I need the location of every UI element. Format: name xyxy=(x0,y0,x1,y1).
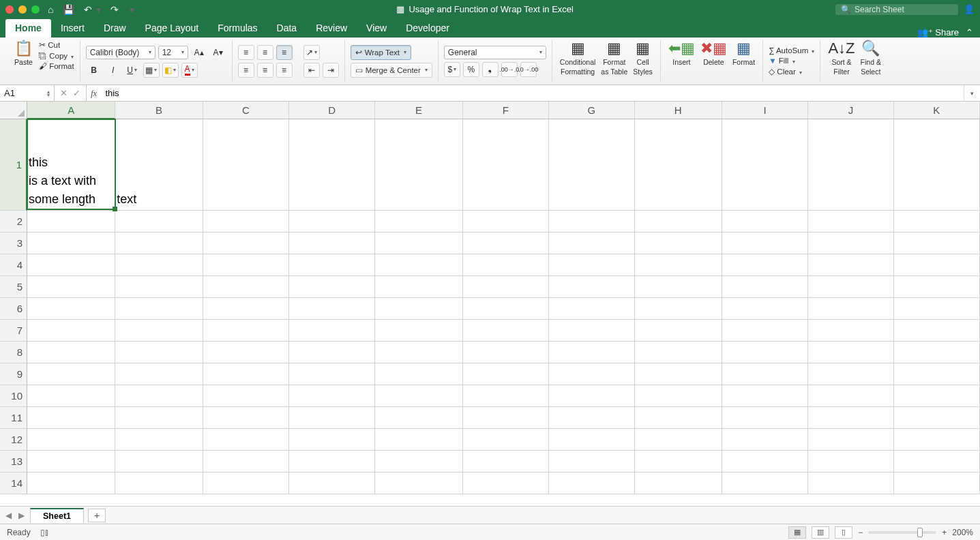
border-button[interactable]: ▦▾ xyxy=(143,63,160,78)
increase-decimal-icon[interactable]: .00→.0 xyxy=(501,62,518,77)
cell-C8[interactable] xyxy=(203,342,289,363)
page-layout-view-icon[interactable]: ▥ xyxy=(812,526,829,539)
cell-G4[interactable] xyxy=(549,254,634,276)
cell-F14[interactable] xyxy=(463,472,549,494)
cell-G14[interactable] xyxy=(549,472,634,494)
redo-icon[interactable]: ↷ xyxy=(110,4,119,15)
collapse-ribbon-icon[interactable]: ⌃ xyxy=(966,27,973,38)
cell-C1[interactable] xyxy=(203,119,289,211)
column-header-G[interactable]: G xyxy=(549,102,634,119)
tab-data[interactable]: Data xyxy=(267,19,307,38)
cell-B7[interactable] xyxy=(115,320,203,342)
number-format-select[interactable]: General▾ xyxy=(444,46,546,59)
cell-A4[interactable] xyxy=(27,254,115,276)
column-header-K[interactable]: K xyxy=(894,102,980,119)
cell-H13[interactable] xyxy=(635,451,722,472)
merge-center-button[interactable]: ▭Merge & Center▾ xyxy=(351,63,432,78)
row-header-4[interactable]: 4 xyxy=(0,254,27,276)
bold-button[interactable]: B xyxy=(86,63,102,78)
format-as-table-button[interactable]: ▦Formatas Table xyxy=(599,40,629,82)
orientation-icon[interactable]: ↗▾ xyxy=(303,45,320,60)
cell-J8[interactable] xyxy=(808,342,893,363)
row-header-11[interactable]: 11 xyxy=(0,407,27,429)
copy-button[interactable]: ⿻ Copy ▾ xyxy=(39,52,74,60)
cell-D14[interactable] xyxy=(289,472,375,494)
user-icon[interactable]: 👤 xyxy=(964,4,975,14)
cell-B5[interactable] xyxy=(115,276,203,298)
cell-C9[interactable] xyxy=(203,363,289,385)
cell-A12[interactable] xyxy=(27,429,115,451)
conditional-formatting-button[interactable]: ▦ConditionalFormatting xyxy=(558,40,598,82)
cell-E5[interactable] xyxy=(375,276,462,298)
tab-draw[interactable]: Draw xyxy=(94,19,136,38)
prev-sheet-icon[interactable]: ◀ xyxy=(5,511,12,520)
cell-I1[interactable] xyxy=(722,119,808,211)
column-header-F[interactable]: F xyxy=(463,102,549,119)
cell-J7[interactable] xyxy=(808,320,893,342)
qat-more-icon[interactable]: ▾ xyxy=(130,4,134,15)
cell-B13[interactable] xyxy=(115,451,203,472)
cell-F12[interactable] xyxy=(463,429,549,451)
cell-G1[interactable] xyxy=(549,119,634,211)
cell-D13[interactable] xyxy=(289,451,375,472)
cell-E9[interactable] xyxy=(375,363,462,385)
cell-H8[interactable] xyxy=(635,342,722,363)
wrap-text-button[interactable]: ↩Wrap Text▾ xyxy=(351,45,411,60)
cell-I8[interactable] xyxy=(722,342,808,363)
cell-C10[interactable] xyxy=(203,385,289,407)
cell-C3[interactable] xyxy=(203,232,289,254)
cell-H3[interactable] xyxy=(635,232,722,254)
cell-E2[interactable] xyxy=(375,211,462,232)
cell-I10[interactable] xyxy=(722,385,808,407)
column-header-A[interactable]: A xyxy=(27,102,115,119)
cell-H10[interactable] xyxy=(635,385,722,407)
tab-view[interactable]: View xyxy=(357,19,396,38)
cell-G5[interactable] xyxy=(549,276,634,298)
row-header-5[interactable]: 5 xyxy=(0,276,27,298)
cell-F11[interactable] xyxy=(463,407,549,429)
fill-button[interactable]: ▼ Fill ▾ xyxy=(769,57,814,65)
minimize-icon[interactable] xyxy=(18,5,27,14)
cell-B9[interactable] xyxy=(115,363,203,385)
cell-A9[interactable] xyxy=(27,363,115,385)
home-icon[interactable]: ⌂ xyxy=(48,4,53,15)
cell-K11[interactable] xyxy=(894,407,980,429)
cell-K2[interactable] xyxy=(894,211,980,232)
cell-K10[interactable] xyxy=(894,385,980,407)
cell-C12[interactable] xyxy=(203,429,289,451)
cell-I9[interactable] xyxy=(722,363,808,385)
fill-color-button[interactable]: ◧▾ xyxy=(162,63,179,78)
cell-F10[interactable] xyxy=(463,385,549,407)
cell-B2[interactable] xyxy=(115,211,203,232)
column-header-I[interactable]: I xyxy=(722,102,808,119)
row-header-6[interactable]: 6 xyxy=(0,298,27,320)
cell-K6[interactable] xyxy=(894,298,980,320)
search-input[interactable] xyxy=(855,5,950,14)
macro-icon[interactable]: ▯⫿ xyxy=(40,528,49,537)
cell-G11[interactable] xyxy=(549,407,634,429)
cell-D3[interactable] xyxy=(289,232,375,254)
column-header-B[interactable]: B xyxy=(115,102,203,119)
decrease-decimal-icon[interactable]: .0→.00 xyxy=(520,62,537,77)
clear-button[interactable]: ◇ Clear ▾ xyxy=(769,67,814,76)
cell-J1[interactable] xyxy=(808,119,893,211)
cell-F7[interactable] xyxy=(463,320,549,342)
cell-F13[interactable] xyxy=(463,451,549,472)
undo-icon[interactable]: ↶ ▾ xyxy=(84,4,101,15)
cell-J6[interactable] xyxy=(808,298,893,320)
row-header-14[interactable]: 14 xyxy=(0,472,27,494)
cell-D8[interactable] xyxy=(289,342,375,363)
search-box[interactable]: 🔍 xyxy=(835,4,958,15)
tab-insert[interactable]: Insert xyxy=(51,19,94,38)
tab-page-layout[interactable]: Page Layout xyxy=(136,19,209,38)
column-header-E[interactable]: E xyxy=(375,102,462,119)
cell-B11[interactable] xyxy=(115,407,203,429)
cell-B10[interactable] xyxy=(115,385,203,407)
format-button[interactable]: ▦Format xyxy=(730,40,757,82)
page-break-view-icon[interactable]: ▯ xyxy=(835,526,852,539)
row-header-1[interactable]: 1 xyxy=(0,119,27,211)
cell-F1[interactable] xyxy=(463,119,549,211)
cell-A10[interactable] xyxy=(27,385,115,407)
cell-C5[interactable] xyxy=(203,276,289,298)
format-painter-button[interactable]: 🖌 Format xyxy=(39,62,74,70)
